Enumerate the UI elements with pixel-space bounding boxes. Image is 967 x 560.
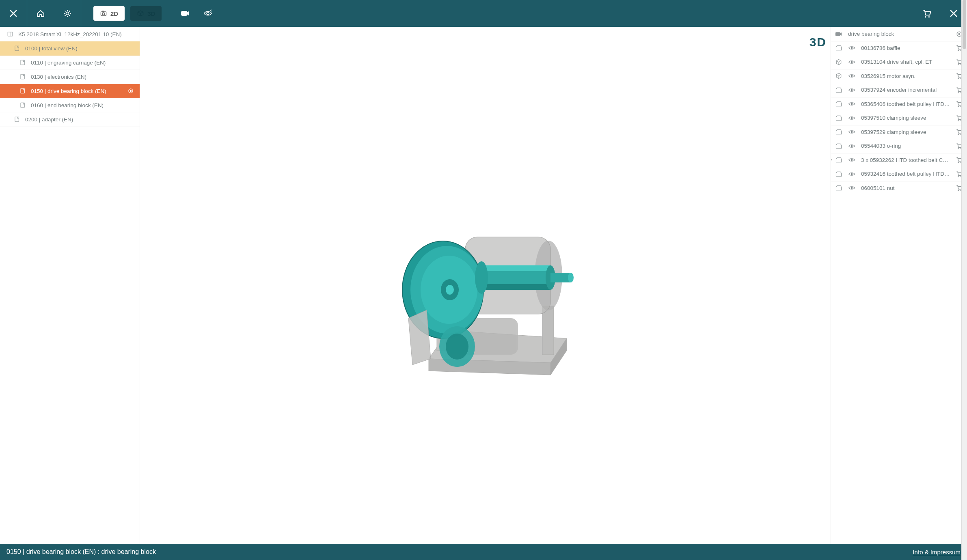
shape-icon [835, 86, 842, 94]
parts-header-label: drive bearing block [848, 31, 950, 37]
tree-item[interactable]: 0100 | total view (EN) [0, 41, 140, 56]
viewport-mode-badge: 3D [809, 35, 827, 49]
page-icon [14, 45, 20, 52]
cart-button[interactable] [913, 0, 940, 27]
tree-item-label: 0200 | adapter (EN) [25, 116, 73, 123]
viewport-3d[interactable]: 3D [140, 27, 831, 544]
settings-button[interactable] [54, 0, 81, 27]
visibility-icon[interactable] [848, 44, 855, 52]
parts-item[interactable]: 05932416 toothed belt pulley HTD 32-3… [831, 167, 967, 181]
parts-item-label: 03537924 encoder incremental [861, 87, 950, 93]
info-impressum-link[interactable]: Info & Impressum [913, 549, 961, 556]
parts-item[interactable]: 05397510 clamping sleeve [831, 111, 967, 125]
parts-item-label: 03526915 motor asyn. [861, 73, 950, 79]
view-2d-button[interactable]: 2D [93, 6, 125, 21]
tree-root[interactable]: K5 2018 Smart XL 12kHz_202201 10 (EN) [0, 27, 140, 41]
page-icon [19, 88, 26, 94]
svg-rect-30 [477, 265, 550, 271]
target-icon[interactable] [127, 88, 134, 94]
parts-item[interactable]: 03537924 encoder incremental [831, 83, 967, 97]
visibility-icon[interactable] [848, 86, 855, 94]
parts-item-label: 3 x 05932262 HTD toothed belt CXP spe… [861, 157, 950, 163]
parts-item[interactable]: 03526915 motor asyn. [831, 69, 967, 84]
svg-point-28 [446, 285, 454, 295]
cube-icon [835, 58, 842, 66]
shape-icon [835, 142, 842, 150]
shape-icon [835, 184, 842, 192]
status-path: 0150 | drive bearing block (EN) : drive … [6, 548, 156, 556]
eye-scan-button[interactable] [196, 0, 219, 27]
visibility-icon[interactable] [848, 128, 855, 136]
tree-item-label: 0160 | end bearing block (EN) [31, 102, 104, 108]
tree-item-label: 0130 | electronics (EN) [31, 74, 86, 80]
parts-item-label: 05397510 clamping sleeve [861, 115, 950, 121]
parts-item-label: 00136786 baffle [861, 45, 950, 51]
tree-item[interactable]: 0130 | electronics (EN) [0, 70, 140, 84]
visibility-icon[interactable] [848, 72, 855, 80]
parts-item[interactable]: 05397529 clamping sleeve [831, 125, 967, 140]
cube-icon [835, 72, 842, 80]
visibility-icon[interactable] [848, 58, 855, 66]
caret-icon [831, 158, 832, 162]
shape-icon [835, 128, 842, 136]
shape-icon [835, 114, 842, 122]
home-button[interactable] [27, 0, 54, 27]
tree-item-label: 0150 | drive bearing block (EN) [31, 88, 106, 94]
svg-rect-31 [477, 284, 550, 290]
page-icon [19, 59, 26, 66]
shape-icon [835, 156, 842, 164]
parts-item-label: 06005101 nut [861, 185, 950, 191]
shape-icon [835, 44, 842, 52]
page-icon [14, 116, 20, 123]
page-scrollbar[interactable] [961, 0, 967, 560]
visibility-icon[interactable] [848, 142, 855, 150]
parts-item[interactable]: 00136786 baffle [831, 41, 967, 56]
parts-item[interactable]: 3 x 05932262 HTD toothed belt CXP spe… [831, 153, 967, 168]
tree-item[interactable]: 0200 | adapter (EN) [0, 112, 140, 127]
video-icon [835, 30, 842, 38]
parts-item-label: 05544033 o-ring [861, 143, 950, 149]
svg-marker-38 [408, 310, 431, 365]
shape-icon [835, 170, 842, 178]
parts-item-label: 03513104 drive shaft, cpl. ET [861, 59, 950, 65]
tree-panel: K5 2018 Smart XL 12kHz_202201 10 (EN) 01… [0, 27, 140, 544]
parts-header[interactable]: drive bearing block [831, 27, 967, 41]
parts-item-label: 05397529 clamping sleeve [861, 129, 950, 135]
tree-item[interactable]: 0110 | engraving carriage (EN) [0, 56, 140, 70]
parts-item[interactable]: 05365406 toothed belt pulley HTD 320-3… [831, 97, 967, 112]
tree-item-label: 0110 | engraving carriage (EN) [31, 60, 106, 66]
parts-item[interactable]: 03513104 drive shaft, cpl. ET [831, 55, 967, 69]
visibility-icon[interactable] [848, 184, 855, 192]
svg-point-34 [568, 273, 574, 282]
parts-item[interactable]: 05544033 o-ring [831, 139, 967, 153]
tree-root-label: K5 2018 Smart XL 12kHz_202201 10 (EN) [18, 31, 122, 37]
parts-item-label: 05365406 toothed belt pulley HTD 320-3… [861, 101, 950, 107]
visibility-icon[interactable] [848, 156, 855, 164]
visibility-icon[interactable] [848, 170, 855, 178]
page-icon [19, 73, 26, 80]
video-button[interactable] [174, 0, 196, 27]
tree-item[interactable]: 0160 | end bearing block (EN) [0, 98, 140, 112]
shape-icon [835, 100, 842, 108]
status-bar: 0150 | drive bearing block (EN) : drive … [0, 544, 967, 560]
tree-item[interactable]: 0150 | drive bearing block (EN) [0, 84, 140, 98]
page-icon [19, 102, 26, 108]
tree-item-label: 0100 | total view (EN) [25, 45, 78, 52]
top-toolbar: 2D 3D [0, 0, 967, 27]
svg-point-37 [446, 334, 468, 360]
visibility-icon[interactable] [848, 100, 855, 108]
close-button[interactable] [0, 0, 27, 27]
parts-item-label: 05932416 toothed belt pulley HTD 32-3… [861, 171, 950, 177]
parts-item[interactable]: 06005101 nut [831, 181, 967, 196]
model-render [380, 184, 591, 387]
view-2d-label: 2D [110, 10, 118, 17]
view-3d-button[interactable]: 3D [130, 6, 162, 21]
svg-rect-17 [542, 306, 554, 355]
view-3d-label: 3D [147, 10, 155, 17]
svg-point-35 [475, 261, 488, 294]
main-area: K5 2018 Smart XL 12kHz_202201 10 (EN) 01… [0, 27, 967, 544]
visibility-icon[interactable] [848, 114, 855, 122]
svg-rect-33 [550, 273, 571, 282]
parts-panel: drive bearing block 00136786 baffle03513… [831, 27, 967, 544]
